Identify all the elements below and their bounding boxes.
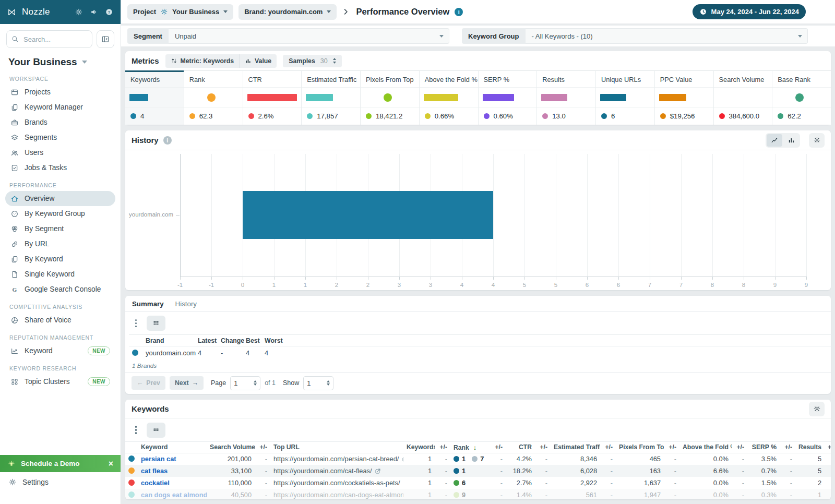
- column-header-brand[interactable]: Brand: [142, 335, 195, 346]
- column-header-search-volume[interactable]: Search Volume: [207, 441, 255, 453]
- column-header-change[interactable]: +/-: [825, 441, 831, 453]
- metric-column-keywords[interactable]: Keywords4: [125, 71, 184, 125]
- metric-column-above-the-fold[interactable]: Above the Fold %0.66%: [420, 71, 479, 125]
- sidebar-item-brands[interactable]: Brands: [5, 115, 115, 130]
- tab-history[interactable]: History: [175, 300, 197, 308]
- column-header-change[interactable]: +/-: [490, 441, 506, 453]
- metric-column-rank[interactable]: Rank62.3: [184, 71, 243, 125]
- line-chart-toggle[interactable]: [767, 134, 782, 147]
- sidebar-item-single-keyword[interactable]: Single Keyword: [5, 267, 115, 282]
- sidebar-item-share-of-voice[interactable]: Share of Voice: [5, 313, 115, 328]
- column-header-keywords[interactable]: Keywords: [403, 441, 435, 453]
- search-input[interactable]: [6, 30, 92, 48]
- column-header-change[interactable]: +/-: [535, 441, 551, 453]
- keywords-settings-button[interactable]: [809, 402, 825, 416]
- keyword-link[interactable]: cockatiel: [141, 479, 170, 487]
- next-page-button[interactable]: Next: [170, 376, 204, 390]
- sidebar-item-topic-clusters[interactable]: Topic ClustersNEW: [5, 374, 115, 389]
- metric-column-results[interactable]: Results13.0: [537, 71, 596, 125]
- column-header-serp[interactable]: SERP %: [747, 441, 780, 453]
- keyword-row[interactable]: can dogs eat almonds40,500-https://yourd…: [125, 489, 831, 499]
- column-header-worst[interactable]: Worst: [261, 335, 287, 346]
- page-size-stepper[interactable]: [303, 376, 333, 390]
- top-url-link[interactable]: https://yourdomain.com/cockatiels-as-pet…: [273, 479, 400, 487]
- metric-column-ppc-value[interactable]: PPC Value$19,256: [655, 71, 714, 125]
- page-number-input[interactable]: [234, 379, 247, 387]
- sidebar-item-jobs-tasks[interactable]: Jobs & Tasks: [5, 160, 115, 175]
- workspace-selector[interactable]: Your Business: [0, 53, 121, 69]
- metric-column-serp[interactable]: SERP %0.60%: [479, 71, 538, 125]
- metric-column-estimated-traffic[interactable]: Estimated Traffic17,857: [302, 71, 361, 125]
- keyword-link[interactable]: cat fleas: [141, 467, 168, 475]
- help-button[interactable]: ?: [105, 8, 113, 16]
- columns-button[interactable]: [147, 316, 165, 331]
- columns-button[interactable]: [147, 423, 165, 438]
- column-header-change[interactable]: +/-: [732, 441, 747, 453]
- schedule-demo-banner[interactable]: Schedule a Demo: [0, 455, 121, 472]
- workspace-gear-button[interactable]: [75, 8, 83, 16]
- info-icon[interactable]: [455, 8, 463, 16]
- column-header-results[interactable]: Results: [795, 441, 825, 453]
- column-header-above-the-fold[interactable]: Above the Fold %: [679, 441, 732, 453]
- column-header-rank[interactable]: Rank: [450, 441, 490, 453]
- value-mode-button[interactable]: Value: [239, 54, 277, 68]
- column-header-top-url[interactable]: Top URL: [270, 441, 403, 453]
- tab-summary[interactable]: Summary: [132, 300, 164, 308]
- kebab-menu-button[interactable]: [133, 424, 139, 436]
- page-number-stepper[interactable]: [230, 376, 260, 390]
- top-url-link[interactable]: https://yourdomain.com/cat-fleas/: [273, 467, 372, 475]
- keyword-group-select[interactable]: Keyword Group - All Keywords - (10): [462, 28, 808, 44]
- column-header-latest[interactable]: Latest: [195, 335, 218, 346]
- column-header-change[interactable]: +/-: [435, 441, 450, 453]
- segment-select[interactable]: Segment Unpaid: [127, 28, 449, 44]
- stepper-arrows-icon[interactable]: [254, 380, 257, 386]
- sidebar-item-keyword-manager[interactable]: Keyword Manager: [5, 100, 115, 115]
- sidebar-item-by-keyword[interactable]: By Keyword: [5, 251, 115, 267]
- top-url-link[interactable]: https://yourdomain.com/persian-cat-breed…: [273, 455, 399, 463]
- keyword-row[interactable]: cockatiel110,000-https://yourdomain.com/…: [125, 477, 831, 489]
- column-header-pixels-from-top[interactable]: Pixels From Top: [616, 441, 664, 453]
- keyword-link[interactable]: can dogs eat almonds: [141, 491, 207, 499]
- keyword-row[interactable]: cat fleas33,100-https://yourdomain.com/c…: [125, 465, 831, 477]
- sidebar-item-by-url[interactable]: By URL: [5, 236, 115, 251]
- metric-column-ctr[interactable]: CTR2.6%: [243, 71, 302, 125]
- column-header-change[interactable]: +/-: [664, 441, 679, 453]
- metric-selector-button[interactable]: Metric: Keywords: [165, 54, 240, 68]
- column-header-change[interactable]: +/-: [255, 441, 270, 453]
- metric-column-base-rank[interactable]: Base Rank62.2: [772, 71, 831, 125]
- metric-column-pixels-from-top[interactable]: Pixels From Top18,421.2: [361, 71, 420, 125]
- info-icon[interactable]: [163, 136, 172, 145]
- brand-selector[interactable]: Brand: yourdomain.com: [238, 4, 337, 20]
- announcements-button[interactable]: [90, 8, 98, 16]
- collapse-sidebar-button[interactable]: [97, 30, 114, 48]
- sidebar-item-projects[interactable]: Projects: [5, 85, 115, 100]
- history-bar[interactable]: [243, 191, 493, 239]
- metric-column-search-volume[interactable]: Search Volume384,600.0: [714, 71, 773, 125]
- column-header-change[interactable]: Change: [218, 335, 243, 346]
- keyword-row[interactable]: persian cat201,000-https://yourdomain.co…: [125, 453, 831, 465]
- close-icon[interactable]: [109, 460, 113, 468]
- stepper-arrows-icon[interactable]: [327, 380, 330, 386]
- project-selector[interactable]: Project Your Business: [127, 4, 233, 20]
- column-header-estimated-traffic[interactable]: Estimated Traffic: [551, 441, 600, 453]
- history-settings-button[interactable]: [809, 133, 825, 148]
- sidebar-item-overview[interactable]: Overview: [5, 191, 115, 206]
- sidebar-item-users[interactable]: Users: [5, 145, 115, 160]
- column-header-ctr[interactable]: CTR: [506, 441, 535, 453]
- sidebar-item-by-segment[interactable]: By Segment: [5, 221, 115, 236]
- page-size-input[interactable]: [307, 379, 320, 387]
- table-row[interactable]: yourdomain.com 4 - 4 4: [129, 346, 834, 359]
- column-header-keyword[interactable]: Keyword: [138, 441, 207, 453]
- prev-page-button[interactable]: Prev: [132, 376, 165, 390]
- metric-column-unique-urls[interactable]: Unique URLs6: [596, 71, 655, 125]
- sidebar-item-segments[interactable]: Segments: [5, 130, 115, 145]
- sidebar-item-settings[interactable]: Settings: [0, 472, 121, 504]
- keyword-link[interactable]: persian cat: [141, 455, 176, 463]
- sidebar-item-keyword[interactable]: KeywordNEW: [5, 343, 115, 358]
- samples-stepper[interactable]: Samples 30: [283, 55, 342, 67]
- sidebar-item-by-keyword-group[interactable]: By Keyword Group: [5, 206, 115, 221]
- top-url-link[interactable]: https://yourdomain.com/can-dogs-eat-almo…: [273, 491, 403, 499]
- sidebar-item-google-search-console[interactable]: GGoogle Search Console: [5, 282, 115, 297]
- stepper-arrows-icon[interactable]: [333, 58, 336, 64]
- date-range-button[interactable]: May 24, 2024 - Jun 22, 2024: [693, 4, 806, 19]
